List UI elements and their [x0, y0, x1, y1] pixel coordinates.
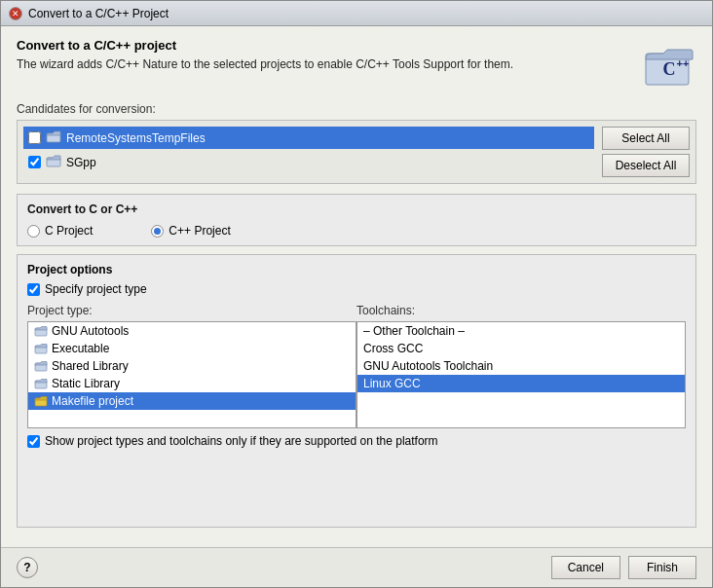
- footer-left: ?: [17, 557, 38, 578]
- svg-text:++: ++: [677, 57, 690, 69]
- footer: ? Cancel Finish: [1, 547, 712, 587]
- list-item-shared-library[interactable]: Shared Library: [28, 357, 356, 375]
- toolchain-gnu-autotools: GNU Autotools Toolchain: [363, 359, 493, 373]
- footer-right: Cancel Finish: [551, 556, 696, 579]
- project-type-makefile-project: Makefile project: [52, 394, 133, 408]
- deselect-all-button[interactable]: Deselect All: [602, 154, 690, 177]
- wizard-icon: C ++: [642, 38, 696, 92]
- specify-checkbox: Specify project type: [27, 282, 686, 296]
- list-item-static-library[interactable]: Static Library: [28, 375, 356, 392]
- candidates-list: RemoteSystemsTempFiles SGpp: [23, 127, 594, 173]
- dialog: ✕ Convert to a C/C++ Project Convert to …: [0, 0, 713, 588]
- toolchain-cross-gcc: Cross GCC: [363, 342, 423, 355]
- list-item-makefile-project[interactable]: Makefile project: [28, 392, 356, 410]
- candidates-buttons: Select All Deselect All: [602, 127, 690, 177]
- radio-c[interactable]: C Project: [27, 224, 93, 238]
- radio-c-label: C Project: [45, 224, 93, 238]
- svg-text:C: C: [663, 59, 676, 79]
- project-type-col: Project type: GNU Autotools: [27, 304, 356, 428]
- toolchains-col: Toolchains: – Other Toolchain – Cross GC…: [356, 304, 686, 428]
- list-item-gnu-autotools-toolchain[interactable]: GNU Autotools Toolchain: [357, 357, 685, 375]
- list-item-cross-gcc[interactable]: Cross GCC: [357, 340, 685, 357]
- dialog-header: Convert to a C/C++ project The wizard ad…: [17, 38, 696, 92]
- title-bar-label: Convert to a C/C++ Project: [28, 7, 169, 20]
- list-item-linux-gcc[interactable]: Linux GCC: [357, 375, 685, 392]
- folder-icon-sgpp: [46, 154, 61, 170]
- specify-project-type-checkbox[interactable]: [27, 283, 40, 296]
- project-type-list[interactable]: GNU Autotools Executable: [27, 321, 356, 428]
- project-type-static-library: Static Library: [52, 377, 120, 390]
- radio-dot-c: [27, 225, 40, 238]
- candidate-item-sgpp[interactable]: SGpp: [23, 151, 594, 173]
- close-button[interactable]: ✕: [9, 7, 22, 20]
- project-options-title: Project options: [27, 263, 686, 276]
- show-label: Show project types and toolchains only i…: [45, 434, 438, 448]
- title-bar: ✕ Convert to a C/C++ Project: [1, 1, 712, 26]
- candidate-checkbox-sgpp[interactable]: [28, 156, 41, 168]
- list-item-gnu-autotools[interactable]: GNU Autotools: [28, 322, 356, 340]
- radio-cpp[interactable]: C++ Project: [151, 224, 230, 238]
- select-all-button[interactable]: Select All: [602, 127, 690, 150]
- toolchain-linux-gcc: Linux GCC: [363, 377, 421, 390]
- toolchains-list[interactable]: – Other Toolchain – Cross GCC GNU Autoto…: [356, 321, 686, 428]
- finish-button[interactable]: Finish: [628, 556, 696, 579]
- convert-to-section: Convert to C or C++ C Project C++ Projec…: [17, 194, 696, 246]
- help-button[interactable]: ?: [17, 557, 38, 578]
- toolchains-label: Toolchains:: [356, 304, 686, 317]
- project-cols: Project type: GNU Autotools: [27, 304, 686, 428]
- dialog-body: Convert to a C/C++ project The wizard ad…: [1, 26, 712, 547]
- candidates-label: Candidates for conversion:: [17, 102, 696, 116]
- specify-label: Specify project type: [45, 282, 147, 296]
- convert-to-label: Convert to C or C++: [27, 202, 686, 216]
- show-supported-checkbox[interactable]: [27, 435, 40, 448]
- candidate-checkbox-remote[interactable]: [28, 131, 41, 144]
- header-text: Convert to a C/C++ project The wizard ad…: [17, 38, 632, 73]
- radio-dot-cpp: [151, 225, 164, 238]
- radio-cpp-label: C++ Project: [169, 224, 230, 238]
- candidate-label-sgpp: SGpp: [66, 156, 96, 169]
- candidates-section: RemoteSystemsTempFiles SGpp Select All: [17, 120, 696, 184]
- project-type-label: Project type:: [27, 304, 356, 317]
- candidate-item-remote[interactable]: RemoteSystemsTempFiles: [23, 127, 594, 149]
- candidate-label-remote: RemoteSystemsTempFiles: [66, 131, 206, 145]
- list-item-other-toolchain[interactable]: – Other Toolchain –: [357, 322, 685, 340]
- folder-icon-remote: [46, 129, 61, 146]
- dialog-title: Convert to a C/C++ project: [17, 38, 632, 53]
- show-checkbox: Show project types and toolchains only i…: [27, 434, 686, 448]
- toolchain-other: – Other Toolchain –: [363, 324, 465, 338]
- dialog-description: The wizard adds C/C++ Nature to the sele…: [17, 56, 582, 73]
- project-type-gnu-autotools: GNU Autotools: [52, 324, 129, 338]
- project-type-shared-library: Shared Library: [52, 359, 129, 373]
- project-type-executable: Executable: [52, 342, 109, 355]
- radio-group: C Project C++ Project: [27, 224, 686, 238]
- project-options-section: Project options Specify project type Pro…: [17, 254, 696, 528]
- list-item-executable[interactable]: Executable: [28, 340, 356, 357]
- cancel-button[interactable]: Cancel: [551, 556, 620, 579]
